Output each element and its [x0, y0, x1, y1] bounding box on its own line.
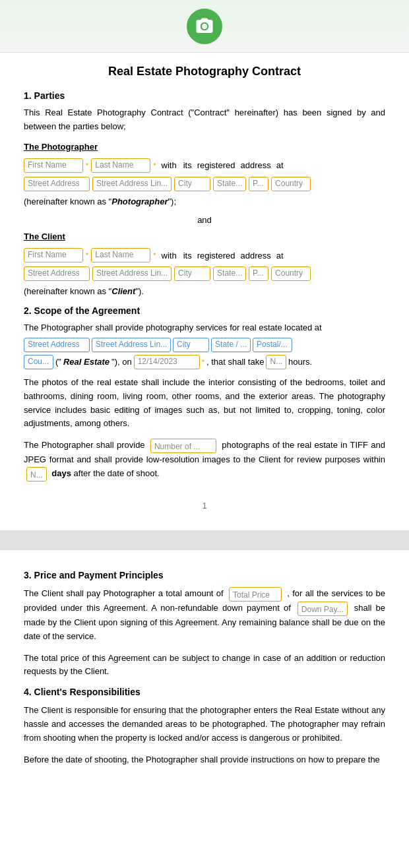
scope-country-field[interactable]: Cou... — [24, 355, 53, 369]
client-at-text: at — [276, 251, 284, 261]
section-1-heading: 1. Parties — [24, 90, 385, 101]
photographer-name-row: First Name * Last Name * with its regist… — [24, 158, 385, 173]
photographer-lastname-field[interactable]: Last Name — [91, 158, 150, 173]
client-street-field[interactable]: Street Address — [24, 266, 90, 281]
photographer-city-field[interactable]: City — [174, 177, 210, 191]
scope-real-estate-label: Real Estate — [63, 357, 110, 367]
scope-days-label: days — [51, 468, 71, 478]
scope-numphoto-field[interactable]: Number of ... — [150, 439, 216, 453]
client-address-row: Street Address Street Address Lin... Cit… — [24, 266, 385, 281]
photographer-street-field[interactable]: Street Address — [24, 177, 90, 191]
photographer-street2-field[interactable]: Street Address Lin... — [92, 177, 172, 191]
scope-street2-field[interactable]: Street Address Lin... — [92, 338, 171, 352]
section-4-heading: 4. Client's Responsibilities — [24, 687, 385, 697]
scope-provide-para: The Photographer shall provide Number of… — [24, 439, 385, 481]
total-price-field[interactable]: Total Price — [229, 587, 282, 602]
camera-icon — [187, 9, 222, 44]
page2-content: 3. Price and Payment Principles The Clie… — [0, 550, 409, 794]
down-payment-field[interactable]: Down Pay... — [298, 602, 348, 616]
client-bold-italic: Client — [111, 286, 135, 296]
price-para1: The Client shall pay Photographer a tota… — [24, 587, 385, 644]
registered-text: registered — [197, 160, 236, 170]
main-content: Real Estate Photography Contract 1. Part… — [0, 53, 409, 530]
address-text: address — [241, 160, 271, 170]
client-name-row: First Name * Last Name * with its regist… — [24, 248, 385, 263]
client-address-text: address — [241, 251, 271, 261]
photographer-label: The Photographer — [24, 142, 385, 152]
photographer-fn-asterisk: * — [86, 162, 88, 170]
client-resp-para1: The Client is responsible for ensuring t… — [24, 704, 385, 745]
scope-hours-suffix: hours. — [288, 357, 312, 367]
photographer-ln-asterisk: * — [153, 162, 156, 170]
client-fn-asterisk: * — [86, 251, 88, 259]
and-separator: and — [24, 215, 385, 225]
scope-address-row2: Cou... ("Real Estate"), on 12/14/2023 * … — [24, 355, 385, 369]
client-street2-field[interactable]: Street Address Lin... — [92, 266, 172, 281]
parties-intro: This Real Estate Photography Contract ("… — [24, 106, 385, 134]
page-number: 1 — [24, 501, 385, 511]
scope-date-suffix: "), on — [111, 357, 132, 367]
photographer-postal-field[interactable]: P... — [249, 177, 268, 191]
header-banner — [0, 0, 409, 53]
client-lastname-field[interactable]: Last Name — [91, 248, 150, 263]
client-with-text: with — [162, 251, 177, 261]
client-ln-asterisk: * — [153, 251, 156, 259]
client-firstname-field[interactable]: First Name — [24, 248, 83, 263]
scope-hours-field[interactable]: N... — [266, 355, 286, 369]
scope-address-row1: Street Address Street Address Lin... Cit… — [24, 338, 385, 352]
scope-para2: The photos of the real estate shall incl… — [24, 376, 385, 431]
scope-date-prefix: (" — [55, 357, 61, 367]
photographer-country-field[interactable]: Country — [271, 177, 311, 191]
scope-take-text: , that shall take — [206, 357, 264, 367]
at-text: at — [276, 160, 284, 170]
photographer-state-field[interactable]: State... — [213, 177, 246, 191]
scope-city-field[interactable]: City — [173, 338, 209, 352]
client-label: The Client — [24, 232, 385, 241]
section-2-heading: 2. Scope of the Agreement — [24, 305, 385, 316]
with-text: with — [162, 160, 177, 170]
scope-date-field[interactable]: 12/14/2023 — [134, 355, 200, 369]
client-resp-para2: Before the date of shooting, the Photogr… — [24, 753, 385, 767]
section-3-heading: 3. Price and Payment Principles — [24, 570, 385, 580]
its-text: its — [183, 160, 192, 170]
herein-client-text: (hereinafter known as "Client"). — [24, 285, 385, 299]
scope-street-field[interactable]: Street Address — [24, 338, 90, 352]
scope-state-field[interactable]: State / ... — [211, 338, 251, 352]
scope-text-1: The Photographer shall provide photograp… — [24, 321, 385, 335]
price-para2: The total price of this Agreement can be… — [24, 652, 385, 679]
client-country-field[interactable]: Country — [271, 266, 311, 281]
photographer-bold-italic: Photographer — [111, 197, 168, 206]
scope-postal-field[interactable]: Postal/... — [253, 338, 292, 352]
client-postal-field[interactable]: P... — [249, 266, 268, 281]
document-title: Real Estate Photography Contract — [24, 65, 385, 78]
photographer-address-row: Street Address Street Address Lin... Cit… — [24, 177, 385, 191]
scope-days-field[interactable]: N... — [26, 467, 47, 481]
document-page: Real Estate Photography Contract 1. Part… — [0, 0, 409, 868]
client-state-field[interactable]: State... — [213, 266, 246, 281]
camera-svg — [195, 16, 214, 36]
scope-date-asterisk: * — [202, 358, 204, 366]
client-city-field[interactable]: City — [174, 266, 210, 281]
herein-photographer-text: (hereinafter known as "Photographer"); — [24, 195, 385, 209]
page-break — [0, 530, 409, 550]
client-registered-text: registered — [197, 251, 236, 261]
client-its-text: its — [183, 251, 192, 261]
photographer-firstname-field[interactable]: First Name — [24, 158, 83, 173]
